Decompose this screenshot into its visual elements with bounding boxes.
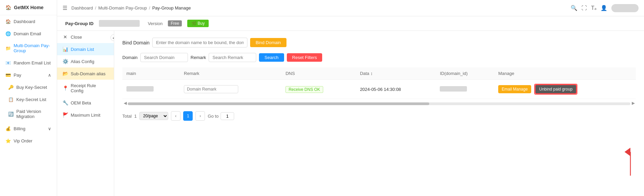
page-1-btn[interactable]: 1 (183, 111, 193, 121)
cell-remark (180, 80, 281, 99)
email-manage-button[interactable]: Email Manage (498, 85, 531, 93)
chart-icon: 📊 (63, 46, 68, 52)
search-button[interactable]: Search (259, 53, 284, 62)
sidebar-item-domain-email[interactable]: 🌐 Domain Email (0, 27, 57, 40)
right-panel: Bind Domain Bind Domain Domain Remark Se… (114, 31, 644, 196)
arrow-annotation-2 (624, 149, 637, 176)
panel-item-sub-domain-alias[interactable]: 📂 Sub-Domain alias (57, 67, 114, 80)
user-avatar (611, 4, 639, 12)
filter-row: Domain Remark Search Reset Filters (122, 53, 636, 62)
version-badge: Free (168, 20, 182, 26)
search-remark-input[interactable] (209, 53, 256, 62)
sidebar-logo-text: GetMX Home (14, 5, 43, 10)
domain-table: main Remark DNS Data ↕ ID(domain_id) Man… (122, 67, 636, 99)
sidebar-label: Buy Key-Secret (16, 85, 47, 90)
menu-icon[interactable]: ☰ (63, 5, 67, 11)
sidebar-item-pay[interactable]: 💳 Pay ∧ (0, 69, 57, 81)
panel-label: OEM Beta (71, 100, 91, 105)
table-body: Receive DNS OK 2024-05-06 14:30:08 Email… (122, 80, 636, 99)
search-domain-input[interactable] (140, 53, 188, 62)
avatar-icon[interactable]: 👤 (601, 5, 607, 11)
bind-domain-button[interactable]: Bind Domain (250, 38, 286, 47)
sidebar-label: Multi-Domain Pay-Group (14, 43, 51, 53)
panel-item-receipt-rule[interactable]: 📍 Receipt Rule Config (57, 80, 114, 97)
sidebar-item-buy-key[interactable]: 🔑 Buy Key-Secret (3, 81, 57, 93)
breadcrumb-current: Pay-Group Manage (152, 5, 191, 11)
goto-input[interactable] (221, 112, 234, 120)
random-email-icon: 📧 (5, 60, 11, 65)
sidebar-item-dashboard[interactable]: 🏠 Dashboard (0, 15, 57, 27)
content-area: ◀ ✕ Close 📊 Domain List ⚙️ Alias Config … (57, 31, 644, 196)
sidebar-label: Vip Order (14, 138, 32, 143)
header-icons: 🔍 ⛶ Tₐ 👤 (571, 4, 639, 12)
domain-blurred (126, 86, 154, 92)
scroll-left-btn[interactable]: ◀ (122, 100, 128, 106)
reset-filters-button[interactable]: Reset Filters (287, 53, 323, 62)
page-size-select[interactable]: 10/page 20/page 50/page 100/page (139, 112, 168, 120)
chevron-up-icon: ∧ (48, 73, 51, 78)
home-icon: 🏠 (5, 5, 11, 10)
sidebar-item-random-email[interactable]: 📧 Random Email List (0, 57, 57, 69)
search-header-icon[interactable]: 🔍 (571, 5, 577, 11)
col-dns: DNS (281, 67, 356, 80)
data-timestamp: 2024-05-06 14:30:08 (360, 87, 401, 92)
domain-email-icon: 🌐 (5, 31, 11, 36)
remark-filter-label: Remark (191, 55, 206, 60)
sidebar-label: Dashboard (14, 19, 35, 24)
top-header: ☰ Dashboard / Multi-Domain Pay-Group / P… (57, 0, 644, 16)
sidebar-label: Domain Email (14, 31, 41, 36)
breadcrumb-dashboard[interactable]: Dashboard (71, 5, 93, 11)
bind-domain-input[interactable] (152, 38, 247, 47)
panel-item-maximum-limit[interactable]: 🚩 Maximum Limit (57, 109, 114, 121)
sidebar-label: Key-Secret List (16, 97, 46, 102)
remark-input[interactable] (184, 85, 238, 93)
left-panel: ◀ ✕ Close 📊 Domain List ⚙️ Alias Config … (57, 31, 114, 196)
sidebar: 🏠 GetMX Home 🏠 Dashboard 🌐 Domain Email … (0, 0, 57, 196)
panel-item-close[interactable]: ✕ Close (57, 31, 114, 43)
scroll-right-btn[interactable]: ▶ (630, 100, 636, 106)
sidebar-item-multi-domain[interactable]: 📁 Multi-Domain Pay-Group (0, 40, 57, 57)
sub-domain-icon: 📂 (63, 71, 68, 76)
sidebar-logo[interactable]: 🏠 GetMX Home (0, 0, 57, 15)
migration-icon: 🔄 (8, 111, 14, 117)
font-size-icon[interactable]: Tₐ (591, 5, 596, 11)
prev-page-btn[interactable]: ‹ (171, 111, 180, 121)
sidebar-item-vip-order[interactable]: ⭐ Vip Order (0, 135, 57, 147)
total-label: Total (122, 114, 132, 119)
col-domain: main (122, 67, 180, 80)
fullscreen-icon[interactable]: ⛶ (581, 5, 587, 11)
sidebar-label: Pay (14, 73, 21, 78)
sidebar-item-paid-version[interactable]: 🔄 Paid Version Migration (3, 105, 57, 122)
page-header: Pay-Group ID Version Free 🌿 Buy (57, 16, 644, 31)
panel-item-alias-config[interactable]: ⚙️ Alias Config (57, 55, 114, 67)
panel-label: Alias Config (71, 59, 94, 64)
next-page-btn[interactable]: › (195, 111, 205, 121)
multi-domain-icon: 📁 (5, 45, 11, 51)
sidebar-item-billing[interactable]: 💰 Billing ∨ (0, 122, 57, 135)
key-icon: 🔑 (8, 84, 14, 90)
page-size-selector: 10/page 20/page 50/page 100/page (139, 112, 168, 120)
cell-dns: Receive DNS OK (281, 80, 356, 99)
panel-item-domain-list[interactable]: 📊 Domain List (57, 43, 114, 55)
unbind-paid-group-button[interactable]: Unbind paid group (535, 84, 576, 94)
sidebar-item-key-list[interactable]: 📋 Key-Secret List (3, 93, 57, 105)
goto-page: Go to (208, 112, 234, 120)
receipt-rule-icon: 📍 (63, 85, 68, 91)
domain-filter-label: Domain (122, 55, 138, 60)
panel-item-oem[interactable]: 🔧 OEM Beta (57, 97, 114, 109)
panel-label: Receipt Rule Config (71, 83, 108, 93)
flag-icon: 🚩 (63, 112, 68, 118)
scrollbar-thumb (128, 102, 429, 105)
col-id: ID(domain_id) (436, 67, 494, 80)
pay-group-id-label: Pay-Group ID (65, 21, 93, 26)
total-info: Total 1 (122, 114, 137, 119)
id-blurred (440, 86, 467, 92)
dns-status-badge: Receive DNS OK (285, 86, 323, 93)
table-row: Receive DNS OK 2024-05-06 14:30:08 Email… (122, 80, 636, 99)
pay-group-id-value (99, 20, 140, 27)
col-data[interactable]: Data ↕ (356, 67, 436, 80)
total-count: 1 (134, 114, 137, 119)
breadcrumb-multi-domain[interactable]: Multi-Domain Pay-Group (98, 5, 147, 11)
breadcrumb-sep2: / (149, 5, 150, 11)
buy-button[interactable]: 🌿 Buy (187, 20, 209, 27)
